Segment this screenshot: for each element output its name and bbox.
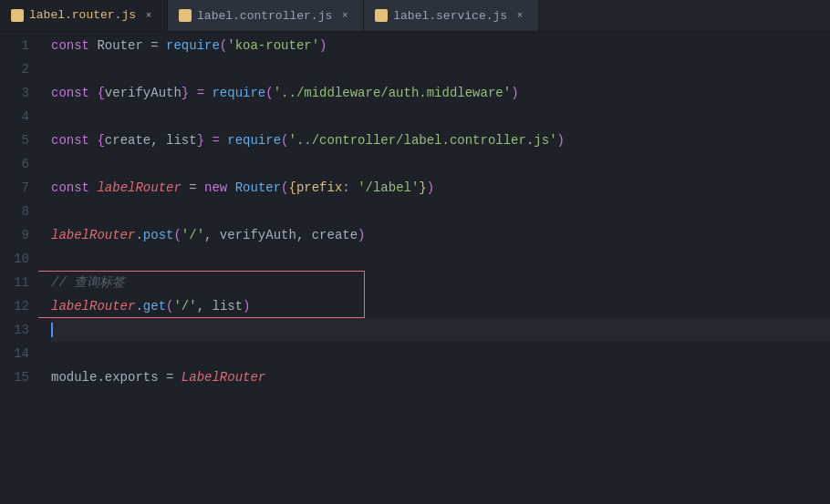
token: = [182,176,204,200]
token: require [166,34,220,57]
token: ( [281,176,288,200]
token: require [212,81,265,105]
token: require [227,129,281,152]
line-number-8: 8 [0,200,29,223]
tab-controller[interactable]: label.controller.js× [168,0,364,31]
token: ) [358,223,365,247]
line-number-14: 14 [0,342,29,365]
token: ( [281,129,288,152]
token: labelRouter [51,294,135,318]
token: '/label' [358,176,419,200]
token: ( [166,294,173,318]
line-number-15: 15 [0,365,29,389]
line-number-5: 5 [0,129,29,152]
token: } = [182,81,213,105]
line-number-10: 10 [0,247,29,271]
token: ( [265,81,273,105]
code-line-4 [51,105,830,129]
token: post [143,223,174,247]
tab-router[interactable]: label.router.js× [0,0,168,31]
token: ) [319,34,327,57]
token: Router [235,176,281,200]
token: verifyAuth [105,81,182,105]
code-line-3: const {verifyAuth} = require('../middlew… [51,81,830,105]
tab-close-service[interactable]: × [513,8,527,23]
token: const [51,34,97,57]
line-number-3: 3 [0,81,29,105]
token: , verifyAuth, create [204,223,358,247]
code-line-15: module.exports = LabelRouter [51,365,830,389]
token: ) [511,81,518,105]
token: } = [197,129,228,152]
code-line-12: labelRouter.get('/', list) [51,294,830,318]
token: ) [427,176,434,200]
js-icon [11,9,24,22]
tab-bar: label.router.js×label.controller.js×labe… [0,0,830,32]
token: // 查询标签 [51,271,125,294]
code-line-8 [51,200,830,223]
editor: 123456789101112131415 const Router = req… [0,32,830,504]
token: create, list [105,129,197,152]
line-number-7: 7 [0,176,29,200]
token: { [97,129,104,152]
tab-label-service: label.service.js [393,9,507,23]
line-numbers: 123456789101112131415 [0,32,38,504]
line-number-13: 13 [0,318,29,342]
token: ) [243,294,250,318]
code-line-9: labelRouter.post('/', verifyAuth, create… [51,223,830,247]
token: } [419,176,426,200]
token: . [135,223,142,247]
code-line-1: const Router = require('koa-router') [51,34,830,57]
token: get [143,294,166,318]
code-line-2 [51,57,830,81]
token: ( [220,34,227,57]
line-number-4: 4 [0,105,29,129]
code-line-10 [51,247,830,271]
token: prefix [296,176,342,200]
token: { [97,81,104,105]
code-line-7: const labelRouter = new Router({prefix: … [51,176,830,200]
token: '/' [173,294,196,318]
token: const [51,81,97,105]
token: '/' [182,223,204,247]
token: '../controller/label.controller.js' [288,129,556,152]
token: '../middleware/auth.middleware' [274,81,511,105]
tab-close-controller[interactable]: × [337,8,352,23]
token: const [51,129,97,152]
code-line-13 [51,318,830,342]
tab-close-router[interactable]: × [141,8,156,23]
token: . [135,294,142,318]
token: labelRouter [51,223,135,247]
line-number-12: 12 [0,294,29,318]
token: labelRouter [97,176,181,200]
tab-label-router: label.router.js [29,8,136,22]
token: new [204,176,235,200]
code-line-6 [51,152,830,176]
code-area[interactable]: const Router = require('koa-router')cons… [38,32,830,504]
code-line-11: // 查询标签 [51,271,830,294]
code-line-5: const {create, list} = require('../contr… [51,129,830,152]
text-cursor [51,323,53,337]
tab-label-controller: label.controller.js [197,9,332,23]
token: module.exports = [51,365,182,389]
js-icon [375,9,388,22]
token: : [342,176,358,200]
js-icon [179,9,192,22]
line-number-2: 2 [0,57,29,81]
tab-service[interactable]: label.service.js× [364,0,539,31]
token: ) [557,129,565,152]
code-line-14 [51,342,830,365]
token: 'koa-router' [227,34,319,57]
line-number-6: 6 [0,152,29,176]
token: { [289,176,296,200]
token: const [51,176,97,200]
token: , list [197,294,243,318]
token: LabelRouter [182,365,265,389]
token: Router = [97,34,166,57]
line-number-1: 1 [0,34,29,57]
line-number-11: 11 [0,271,29,294]
token: ( [173,223,181,247]
line-number-9: 9 [0,223,29,247]
